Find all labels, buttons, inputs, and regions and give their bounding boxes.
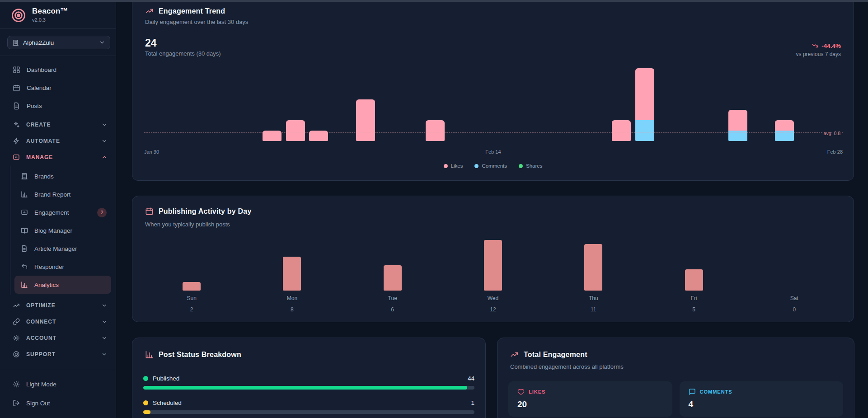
likes-segment [286, 120, 305, 141]
trending-up-icon [145, 7, 154, 15]
trend-day-column [796, 42, 820, 141]
status-value: 44 [468, 375, 474, 382]
article-icon [21, 245, 28, 252]
sidebar: Beacon™ v2.0.3 Alpha2Zulu DashboardCalen… [0, 0, 116, 418]
trend-day-column [726, 42, 750, 141]
sidebar-section-label: ACCOUNT [26, 335, 95, 341]
trending-up-icon [13, 302, 20, 309]
trend-day-column [657, 42, 680, 141]
scheduled-status-dot [143, 400, 148, 405]
status-value: 1 [471, 399, 474, 406]
sidebar-item-sign-out[interactable]: Sign Out [0, 394, 116, 413]
engagement-icon [21, 209, 28, 216]
notification-badge: 2 [97, 208, 107, 217]
total-engagement-card: Total Engagement Combined engagement acr… [497, 338, 854, 418]
likes-segment [775, 120, 794, 131]
publishing-bar [183, 282, 201, 291]
comments-legend-dot [474, 164, 479, 168]
sidebar-section-create[interactable]: CREATE [0, 117, 116, 133]
sidebar-item-dashboard[interactable]: Dashboard [0, 61, 116, 79]
sidebar-section-support[interactable]: SUPPORT [0, 346, 116, 362]
x-axis-tick: Jan 30 [144, 149, 159, 155]
sidebar-section-optimize[interactable]: OPTIMIZE [0, 297, 116, 314]
sidebar-item-responder[interactable]: Responder [14, 258, 111, 276]
sidebar-section-label: MANAGE [26, 154, 95, 160]
calendar-icon [13, 84, 20, 92]
trend-day-column [237, 42, 261, 141]
trend-day-column [680, 42, 703, 141]
sidebar-item-blog-manager[interactable]: Blog Manager [14, 221, 111, 240]
chart-legend: LikesCommentsShares [132, 163, 854, 169]
stat-tile-likes: LIKES20 [508, 381, 672, 417]
day-label: Thu [589, 295, 598, 301]
gear-icon [13, 334, 20, 342]
sidebar-item-light-mode[interactable]: Light Mode [0, 375, 116, 394]
card-title: Post Status Breakdown [159, 351, 241, 359]
sun-icon [13, 380, 20, 388]
sparkles-icon [13, 121, 20, 128]
divider [0, 369, 116, 369]
sidebar-section-connect[interactable]: CONNECT [0, 314, 116, 330]
status-label: Scheduled [153, 399, 466, 406]
brand-selector[interactable]: Alpha2Zulu [7, 36, 110, 49]
trend-day-column [377, 42, 400, 141]
sidebar-item-label: Article Manager [34, 245, 107, 252]
app-version: v2.0.3 [32, 17, 68, 23]
published-status-dot [143, 376, 148, 381]
sidebar-item-brand-report[interactable]: Brand Report [14, 185, 111, 203]
trend-day-column [633, 42, 657, 141]
stat-tile-comments: COMMENTS4 [680, 381, 844, 417]
day-value: 5 [692, 306, 695, 313]
day-label: Tue [388, 295, 397, 301]
trend-day-column [423, 42, 447, 141]
sidebar-section-account[interactable]: ACCOUNT [0, 330, 116, 346]
sidebar-section-manage[interactable]: MANAGE [0, 149, 116, 165]
status-row-published: Published44 [143, 374, 474, 390]
trend-day-column [563, 42, 587, 141]
sidebar-item-brands[interactable]: Brands [14, 167, 111, 185]
day-label: Sun [187, 295, 196, 301]
publishing-bar-wrap [283, 223, 301, 291]
sidebar-section-label: OPTIMIZE [26, 302, 95, 309]
beacon-logo-icon [11, 8, 26, 23]
trend-bar [612, 120, 631, 141]
sidebar-sublist: BrandsBrand ReportEngagement2Blog Manage… [10, 166, 116, 295]
stat-value: 20 [517, 399, 663, 409]
sidebar-section-automate[interactable]: AUTOMATE [0, 133, 116, 149]
building-icon [21, 173, 28, 180]
sidebar-item-engagement[interactable]: Engagement2 [14, 203, 111, 221]
sidebar-item-article-manager[interactable]: Article Manager [14, 240, 111, 258]
stat-value: 4 [689, 399, 835, 409]
card-title: Engagement Trend [159, 7, 225, 15]
card-subtitle: Combined engagement across all platforms [510, 363, 624, 370]
sidebar-footer: Light ModeSign Out [0, 369, 116, 418]
legend-label: Likes [451, 163, 463, 169]
total-engagement-header: Total Engagement [510, 350, 587, 359]
engagement-trend-card: Engagement Trend Daily engagement over t… [132, 0, 854, 181]
trend-day-column [447, 42, 470, 141]
trend-day-column [517, 42, 540, 141]
likes-segment [356, 99, 375, 141]
sidebar-item-calendar[interactable]: Calendar [0, 79, 116, 97]
sidebar-item-posts[interactable]: Posts [0, 97, 116, 115]
trend-day-column [773, 42, 796, 141]
day-label: Wed [488, 295, 498, 301]
status-row-head: Scheduled1 [143, 399, 474, 407]
card-title: Total Engagement [524, 351, 587, 359]
reply-icon [21, 263, 28, 270]
publishing-bar [685, 269, 703, 291]
sidebar-section-label: SUPPORT [26, 351, 95, 357]
day-value: 8 [291, 306, 294, 313]
sidebar-section-label: CONNECT [26, 319, 95, 325]
trend-day-column [819, 42, 843, 141]
publishing-column-mon: Mon8 [242, 223, 342, 313]
day-value: 0 [793, 306, 796, 313]
sidebar-item-analytics[interactable]: Analytics [14, 276, 111, 294]
engagement-trend-plot: avg: 0.8 [144, 42, 843, 141]
link-icon [13, 318, 20, 325]
trend-bar [635, 68, 654, 141]
bar-chart-icon [21, 191, 28, 198]
status-row-head: Published44 [143, 374, 474, 382]
publishing-bar [283, 257, 301, 291]
card-title: Publishing Activity by Day [159, 207, 252, 216]
